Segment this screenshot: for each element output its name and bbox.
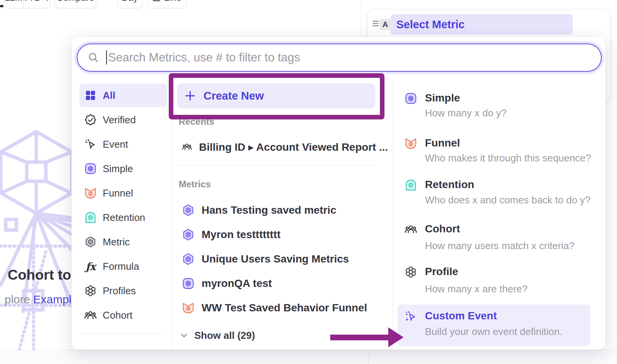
explore-text: plore xyxy=(5,293,33,306)
create-new-button[interactable]: Create New xyxy=(177,83,375,108)
sidebar-item-funnel[interactable]: Funnel xyxy=(79,181,167,205)
metric-list-item[interactable]: myronQA test xyxy=(182,275,388,292)
event-cursor-icon xyxy=(84,138,97,151)
saved-metric-hexagon-icon xyxy=(182,253,195,266)
sidebar-item-all[interactable]: All xyxy=(79,84,167,107)
metric-list-item[interactable]: WW Test Saved Behavior Funnel xyxy=(182,300,388,316)
type-desc: Who does x and comes back to do y? xyxy=(425,194,591,206)
show-all-toggle[interactable]: Show all (29) xyxy=(179,328,255,343)
sidebar-item-formula[interactable]: ƒx Formula xyxy=(79,254,167,278)
column-divider xyxy=(172,77,173,350)
type-title: Retention xyxy=(425,179,474,191)
drag-handle-icon[interactable] xyxy=(373,21,379,26)
metric-list-item[interactable]: Myron testttttttt xyxy=(182,226,388,243)
edge-fragment xyxy=(0,5,3,7)
tag-icon xyxy=(84,350,97,350)
type-title: Profile xyxy=(425,266,458,278)
panel-divider-top xyxy=(361,0,361,37)
panel-divider-bottom xyxy=(368,350,368,364)
sidebar-item-simple[interactable]: Simple xyxy=(79,157,167,180)
line-chart-icon xyxy=(152,0,161,2)
select-metric-pill[interactable]: Select Metric xyxy=(391,14,573,35)
sidebar-item-tags[interactable] xyxy=(79,344,167,350)
type-desc: Who makes it through this sequence? xyxy=(425,152,591,164)
bottom-strip xyxy=(0,350,617,364)
grid-icon xyxy=(84,89,97,102)
chevron-down-icon: ⌄ xyxy=(43,0,51,3)
chevron-down-icon xyxy=(179,330,189,340)
funnel-icon xyxy=(84,187,97,200)
metrics-header: Metrics xyxy=(179,179,211,190)
simple-metric-icon xyxy=(404,92,417,105)
sidebar-item-metric[interactable]: Metric xyxy=(79,230,167,254)
retention-icon xyxy=(84,211,97,224)
cohort-icon xyxy=(404,223,417,236)
search-wrap xyxy=(77,43,602,72)
sidebar-item-cohort[interactable]: Cohort xyxy=(79,303,167,327)
type-desc: How many x are there? xyxy=(425,283,528,295)
page: Cohort to ge plore Example 12M YTD⌄ Comp… xyxy=(0,0,617,364)
funnel-icon xyxy=(182,301,195,314)
verified-badge-icon xyxy=(84,113,97,126)
sidebar-item-event[interactable]: Event xyxy=(79,132,167,156)
day-button[interactable]: Day xyxy=(117,0,142,8)
search-input[interactable] xyxy=(77,43,602,72)
cohort-icon xyxy=(182,140,192,153)
middle-divider xyxy=(174,165,376,165)
type-desc: Build your own event definition. xyxy=(425,326,562,338)
date-range-group: 12M YTD⌄ xyxy=(4,0,50,8)
simple-metric-icon xyxy=(182,277,195,290)
line-chart-button[interactable]: Line xyxy=(147,0,186,8)
sidebar-divider xyxy=(79,333,165,334)
saved-metric-hexagon-icon xyxy=(182,228,195,241)
metric-list-item[interactable]: Hans Testing saved metric xyxy=(182,202,388,219)
range-12m-button[interactable]: 12M xyxy=(4,0,23,8)
metric-slot-badge: A xyxy=(380,19,391,30)
funnel-icon xyxy=(404,137,417,150)
custom-event-icon xyxy=(404,310,417,323)
profiles-icon xyxy=(404,266,417,279)
column-divider xyxy=(392,77,393,350)
type-title: Simple xyxy=(425,92,460,104)
sidebar-item-retention[interactable]: Retention xyxy=(79,206,167,229)
type-desc: How many users match x criteria? xyxy=(425,240,575,252)
metric-list-item[interactable]: Unique Users Saving Metrics xyxy=(182,251,388,267)
select-metric-modal: All Verified Event Simple xyxy=(71,37,606,350)
sidebar-item-verified[interactable]: Verified xyxy=(79,108,167,132)
simple-metric-icon xyxy=(84,162,97,175)
type-title: Custom Event xyxy=(425,310,497,322)
search-icon xyxy=(87,52,100,64)
type-desc: How many x do y? xyxy=(425,107,507,119)
recents-header: Recents xyxy=(179,116,214,127)
profiles-icon xyxy=(84,284,97,297)
compare-button[interactable]: Compare xyxy=(55,0,96,8)
retention-icon xyxy=(404,179,417,192)
saved-metric-hexagon-icon xyxy=(182,204,195,217)
cohort-icon xyxy=(84,309,97,322)
text-caret xyxy=(106,50,107,64)
metric-hexagon-icon xyxy=(84,235,97,248)
sidebar-item-profiles[interactable]: Profiles xyxy=(79,279,167,303)
background-explore-line: plore Example xyxy=(5,293,78,306)
type-title: Funnel xyxy=(425,137,460,149)
plus-icon xyxy=(184,90,196,101)
type-title: Cohort xyxy=(425,223,460,235)
formula-icon: ƒx xyxy=(84,261,97,272)
range-ytd-button[interactable]: YTD⌄ xyxy=(23,0,50,8)
recent-item[interactable]: Billing ID ▸ Account Viewed Report ... xyxy=(182,139,388,155)
